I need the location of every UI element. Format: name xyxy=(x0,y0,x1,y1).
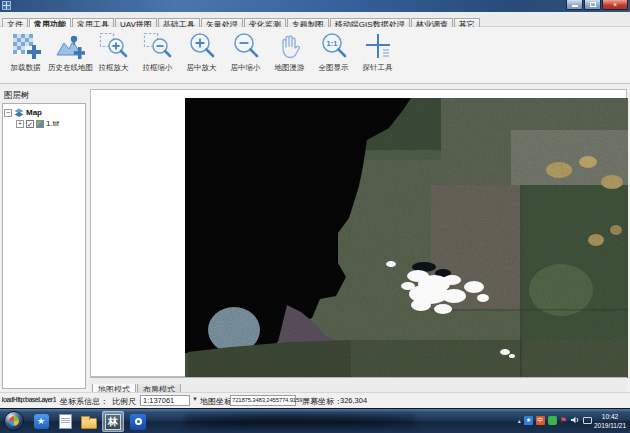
full-extent-icon: 1:1 xyxy=(319,32,349,62)
network-icon[interactable] xyxy=(583,417,592,424)
box-zoom-out-button[interactable]: 拉框缩小 xyxy=(136,30,179,73)
maximize-icon xyxy=(590,2,596,7)
tool-label: 居中放大 xyxy=(180,63,223,73)
o-app-icon xyxy=(130,414,146,430)
box-zoom-in-button[interactable]: 拉框放大 xyxy=(92,30,135,73)
map-canvas[interactable] xyxy=(90,89,627,377)
tray-star-icon[interactable]: ★ xyxy=(524,416,533,425)
scale-dropdown-icon[interactable]: ▼ xyxy=(192,396,198,402)
taskbar-clock[interactable]: 10:42 2019/11/21 xyxy=(592,412,628,430)
history-online-map-icon xyxy=(55,32,85,62)
screen-coordinate-label: 屏幕坐标： xyxy=(302,396,342,407)
history-online-map-button[interactable]: 历史在线地图 xyxy=(48,30,91,73)
map-pan-button[interactable]: 地图漫游 xyxy=(268,30,311,73)
window-controls: × xyxy=(565,0,628,10)
input-method-icon[interactable]: 中 xyxy=(536,416,545,425)
tool-label: 地图漫游 xyxy=(268,63,311,73)
taskbar: ★ 林 ▴ ★ 中 ⚑ 10:42 2019/11/21 xyxy=(0,408,630,433)
map-pan-icon xyxy=(275,32,305,62)
collapse-icon[interactable]: − xyxy=(4,109,12,117)
crs-info-label: 坐标系信息： xyxy=(60,396,108,407)
map-node-label: Map xyxy=(26,108,42,117)
lin-app-icon: 林 xyxy=(105,414,121,430)
box-zoom-out-icon xyxy=(143,32,173,62)
action-center-flag-icon[interactable]: ⚑ xyxy=(560,416,567,425)
taskbar-glass-smudge xyxy=(185,411,415,431)
expand-icon[interactable]: + xyxy=(16,120,24,128)
debug-text: loadHttp:baseLayer1 xyxy=(2,396,56,403)
center-zoom-out-icon xyxy=(231,32,261,62)
show-hidden-icons-button[interactable]: ▴ xyxy=(518,417,521,424)
tree-node-layer[interactable]: + ✓ 1.tif xyxy=(4,118,84,129)
tree-node-map[interactable]: − Map xyxy=(4,107,84,118)
box-zoom-in-icon xyxy=(99,32,129,62)
taskbar-notepad-app[interactable] xyxy=(54,411,76,432)
raster-layer-icon xyxy=(36,120,44,128)
taskbar-star-app[interactable]: ★ xyxy=(30,411,52,432)
tray-green-icon[interactable] xyxy=(548,416,557,425)
tool-label: 居中缩小 xyxy=(224,63,267,73)
load-data-icon xyxy=(11,32,41,62)
probe-tool-icon xyxy=(363,32,393,62)
layer-tree-panel: − Map + ✓ 1.tif xyxy=(2,103,86,389)
probe-tool-button[interactable]: 探针工具 xyxy=(356,30,399,73)
layer-visibility-checkbox[interactable]: ✓ xyxy=(26,120,34,128)
volume-icon[interactable] xyxy=(570,415,580,425)
tool-label: 拉框放大 xyxy=(92,63,135,73)
view-mode-tabs: 地图模式布局模式 xyxy=(90,377,627,392)
tool-label: 拉框缩小 xyxy=(136,63,179,73)
folder-app-icon xyxy=(81,418,97,429)
maximize-button[interactable] xyxy=(584,0,601,10)
layer-node-label: 1.tif xyxy=(46,119,59,128)
taskbar-lin-app[interactable]: 林 xyxy=(102,411,124,432)
minimize-icon xyxy=(572,5,578,7)
satellite-imagery xyxy=(91,90,628,378)
center-zoom-in-button[interactable]: 居中放大 xyxy=(180,30,223,73)
notepad-app-icon xyxy=(59,414,72,429)
tool-label: 加载数据 xyxy=(4,63,47,73)
title-bar: × xyxy=(0,0,630,12)
taskbar-o-app[interactable] xyxy=(127,411,149,432)
layer-panel-title: 图层树 xyxy=(4,90,30,102)
screen-coordinate-value: 326,304 xyxy=(340,396,367,405)
minimize-button[interactable] xyxy=(566,0,583,10)
clock-time: 10:42 xyxy=(592,412,628,421)
center-zoom-out-button[interactable]: 居中缩小 xyxy=(224,30,267,73)
map-layers-icon xyxy=(14,108,24,118)
close-button[interactable]: × xyxy=(602,0,628,10)
app-grid-icon xyxy=(2,1,11,10)
map-coordinate-value: 721875.3483,2455774.9159 xyxy=(230,395,296,406)
tool-label: 全图显示 xyxy=(312,63,355,73)
scale-input[interactable]: 1:137061 xyxy=(140,395,190,406)
full-extent-button[interactable]: 1:1 全图显示 xyxy=(312,30,355,73)
system-tray: ▴ ★ 中 ⚑ xyxy=(515,415,592,425)
start-button[interactable] xyxy=(4,411,24,431)
workspace: 图层树 − Map + ✓ 1.tif xyxy=(0,84,630,392)
star-app-icon: ★ xyxy=(34,414,49,429)
full-extent-badge: 1:1 xyxy=(326,38,337,47)
clock-date: 2019/11/21 xyxy=(592,421,628,430)
center-zoom-in-icon xyxy=(187,32,217,62)
menu-tab-bar: 文件常用功能常用工具UAV拼图基础工具矢量处理变化监测专题制图移动端GIS数据处… xyxy=(0,12,630,27)
tool-label: 探针工具 xyxy=(356,63,399,73)
ribbon-toolbar: 加载数据 历史在线地图 拉框放大 拉框缩小 xyxy=(0,27,630,84)
close-icon: × xyxy=(613,1,617,9)
load-data-button[interactable]: 加载数据 xyxy=(4,30,47,73)
taskbar-explorer-app[interactable] xyxy=(78,411,100,432)
status-bar: loadHttp:baseLayer1 坐标系信息： 比例尺： 1:137061… xyxy=(0,392,630,408)
windows-logo-icon xyxy=(8,415,19,426)
tool-label: 历史在线地图 xyxy=(48,63,91,73)
